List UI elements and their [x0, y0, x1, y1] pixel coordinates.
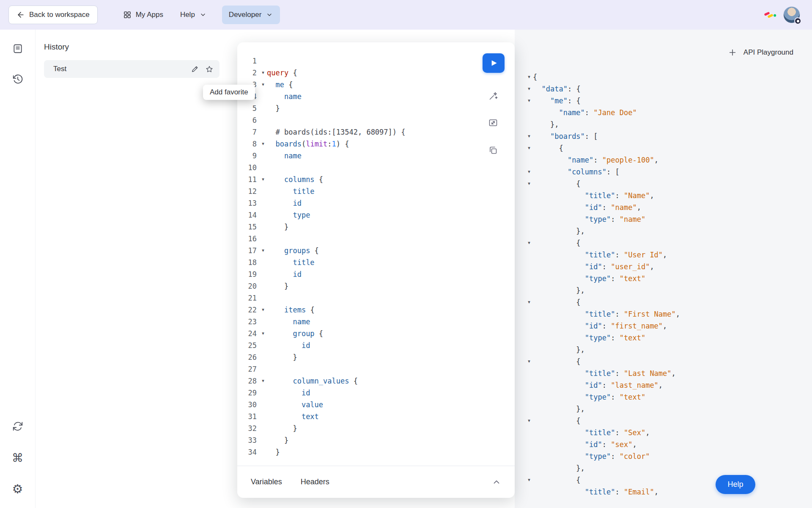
fold-toggle-icon[interactable]: ▾	[525, 237, 533, 249]
code-text: groups {	[267, 245, 319, 257]
code-line: 32 }	[237, 422, 515, 434]
code-line: "id": "sex",	[525, 439, 809, 450]
developer-menu[interactable]: Developer	[222, 6, 280, 24]
code-line: "title": "Email",	[525, 486, 809, 498]
tab-variables[interactable]: Variables	[251, 478, 282, 486]
tab-headers[interactable]: Headers	[301, 478, 329, 486]
favorite-star-icon[interactable]	[205, 65, 214, 73]
fold-toggle-icon[interactable]: ▾	[259, 67, 267, 79]
resize-icon[interactable]	[488, 117, 499, 128]
code-line: "type": "text"	[525, 332, 809, 344]
code-text: "id": "user_id",	[533, 261, 654, 273]
fold-toggle-icon[interactable]: ▾	[525, 71, 533, 83]
fold-spacer	[259, 102, 267, 114]
code-text: }	[267, 221, 288, 233]
help-button[interactable]: Help	[716, 475, 755, 494]
line-number: 33	[237, 434, 259, 446]
editor-code: 12▾query {3▾ me {4 name5 }67 # boards(id…	[237, 55, 515, 458]
fold-toggle-icon[interactable]: ▾	[525, 130, 533, 142]
code-line: 29 id	[237, 387, 515, 399]
fold-toggle-icon[interactable]: ▾	[259, 245, 267, 257]
fold-toggle-icon[interactable]: ▾	[525, 166, 533, 178]
fold-toggle-icon[interactable]: ▾	[525, 83, 533, 95]
code-line: "type": "color"	[525, 450, 809, 462]
code-text: columns {	[267, 174, 323, 185]
fold-toggle-icon[interactable]: ▾	[259, 375, 267, 387]
fold-toggle-icon[interactable]: ▾	[525, 296, 533, 308]
line-number: 2	[237, 67, 259, 79]
code-line: "id": "user_id",	[525, 261, 809, 273]
code-line: "title": "User Id",	[525, 249, 809, 261]
code-line: "type": "name"	[525, 213, 809, 225]
fold-spacer	[259, 434, 267, 446]
fold-spacer	[525, 344, 533, 356]
code-text: },	[533, 225, 585, 237]
my-apps-menu[interactable]: My Apps	[121, 6, 165, 24]
back-to-workspace-button[interactable]: Back to workspace	[8, 6, 98, 24]
edit-pencil-icon[interactable]	[191, 65, 199, 73]
history-icon[interactable]	[11, 72, 25, 86]
fold-toggle-icon[interactable]: ▾	[259, 138, 267, 150]
user-avatar[interactable]	[783, 6, 800, 23]
collapse-chevron-up-icon[interactable]	[492, 478, 501, 487]
fold-toggle-icon[interactable]: ▾	[525, 474, 533, 486]
fold-toggle-icon[interactable]: ▾	[259, 174, 267, 185]
code-line: "id": "first_name",	[525, 320, 809, 332]
query-editor[interactable]: 12▾query {3▾ me {4 name5 }67 # boards(id…	[237, 42, 515, 466]
code-line: "id": "name",	[525, 202, 809, 213]
refresh-icon[interactable]	[11, 419, 25, 433]
new-tab-plus-icon[interactable]	[727, 47, 738, 58]
settings-gear-icon[interactable]: ⚙	[11, 482, 25, 496]
code-line: ▾{	[525, 71, 809, 83]
fold-spacer	[259, 197, 267, 209]
code-text: }	[267, 446, 280, 458]
help-menu[interactable]: Help	[178, 6, 208, 24]
copy-icon[interactable]	[488, 145, 499, 156]
fold-spacer	[525, 202, 533, 213]
prettify-icon[interactable]	[488, 91, 499, 102]
code-line: 1	[237, 55, 515, 67]
code-line: 34 }	[237, 446, 515, 458]
code-line: ▾ "data": {	[525, 83, 809, 95]
fold-spacer	[525, 225, 533, 237]
fold-toggle-icon[interactable]: ▾	[259, 328, 267, 340]
fold-spacer	[525, 213, 533, 225]
docs-icon[interactable]	[11, 41, 25, 56]
line-number: 12	[237, 185, 259, 197]
fold-spacer	[525, 284, 533, 296]
fold-toggle-icon[interactable]: ▾	[525, 95, 533, 107]
fold-toggle-icon[interactable]: ▾	[525, 356, 533, 367]
fold-toggle-icon[interactable]: ▾	[525, 178, 533, 190]
fold-toggle-icon[interactable]: ▾	[259, 79, 267, 91]
developer-menu-label: Developer	[229, 11, 262, 19]
fold-spacer	[525, 403, 533, 415]
code-line: "name": "people-100",	[525, 154, 809, 166]
code-line: 20 }	[237, 280, 515, 292]
fold-spacer	[525, 332, 533, 344]
line-number: 20	[237, 280, 259, 292]
topbar-nav: My Apps Help Developer	[121, 6, 280, 24]
line-number: 21	[237, 292, 259, 304]
shortcuts-command-icon[interactable]: ⌘	[11, 450, 25, 465]
code-text: "title": "User Id",	[533, 249, 667, 261]
fold-toggle-icon[interactable]: ▾	[525, 415, 533, 427]
code-line: ▾ {	[525, 142, 809, 154]
line-number: 24	[237, 328, 259, 340]
code-line: ▾ {	[525, 237, 809, 249]
code-line: ▾ {	[525, 178, 809, 190]
fold-spacer	[525, 119, 533, 130]
code-text: },	[533, 403, 585, 415]
apps-grid-icon	[123, 11, 132, 19]
code-line: 18 title	[237, 257, 515, 268]
history-item-test[interactable]: Test	[44, 60, 219, 78]
run-query-button[interactable]	[483, 53, 505, 73]
line-number: 19	[237, 268, 259, 280]
fold-toggle-icon[interactable]: ▾	[259, 304, 267, 316]
fold-toggle-icon[interactable]: ▾	[525, 142, 533, 154]
line-number: 15	[237, 221, 259, 233]
fold-spacer	[259, 411, 267, 422]
code-text: id	[267, 197, 302, 209]
code-line: 8▾ boards(limit:1) {	[237, 138, 515, 150]
code-line: },	[525, 225, 809, 237]
code-text: }	[267, 102, 280, 114]
